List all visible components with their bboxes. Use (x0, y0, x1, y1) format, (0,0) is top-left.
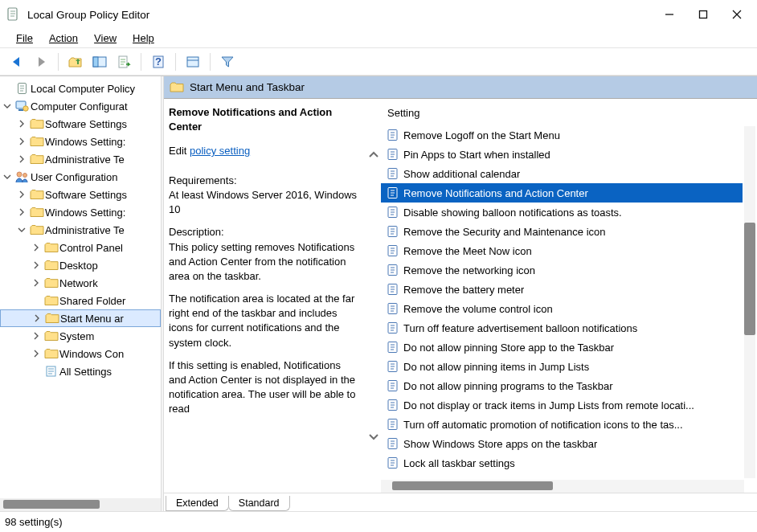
setting-row[interactable]: Remove the Meet Now icon (381, 241, 743, 260)
tree-horizontal-scrollbar[interactable] (0, 498, 161, 511)
setting-row[interactable]: Do not allow pinning Store app to the Ta… (381, 338, 743, 357)
expander-icon[interactable] (18, 190, 29, 198)
tree-root[interactable]: Local Computer Policy (0, 80, 161, 97)
filter-button[interactable] (216, 51, 239, 73)
settings-vertical-scrollbar-thumb[interactable] (744, 223, 755, 335)
svg-point-13 (23, 174, 27, 178)
tree-system[interactable]: System (0, 327, 161, 345)
menu-view[interactable]: View (86, 31, 125, 46)
setting-row[interactable]: Show additional calendar (381, 164, 743, 183)
settings-vertical-scrollbar[interactable] (744, 126, 755, 478)
expander-icon[interactable] (32, 261, 43, 269)
tree-comp-administrative-templates[interactable]: Administrative Te (0, 150, 161, 168)
tree-windows-components[interactable]: Windows Con (0, 345, 161, 362)
options-button[interactable] (182, 51, 204, 73)
scroll-up-arrow[interactable] (366, 147, 381, 162)
setting-row[interactable]: Remove the networking icon (381, 260, 743, 280)
expander-icon[interactable] (18, 120, 29, 128)
navigation-tree[interactable]: Local Computer PolicyComputer Configurat… (0, 76, 161, 511)
expander-icon[interactable] (32, 350, 43, 358)
expander-icon[interactable] (3, 173, 14, 181)
edit-policy-link[interactable]: policy setting (190, 145, 250, 157)
app-icon (5, 6, 23, 23)
setting-row[interactable]: Show Windows Store apps on the taskbar (381, 434, 743, 453)
tree-node-label: User Configuration (31, 171, 117, 183)
tree-computer-configuration[interactable]: Computer Configurat (0, 97, 161, 115)
tab-standard[interactable]: Standard (228, 496, 290, 511)
tree-user-administrative-templates[interactable]: Administrative Te (0, 221, 161, 239)
description-text-3: If this setting is enabled, Notification… (169, 358, 358, 417)
setting-row[interactable]: Remove the volume control icon (381, 299, 743, 318)
minimize-button[interactable] (653, 2, 686, 27)
policy-icon (386, 379, 400, 393)
tree-all-settings[interactable]: All Settings (0, 362, 161, 380)
setting-row[interactable]: Do not allow pinning programs to the Tas… (381, 376, 743, 395)
setting-row[interactable]: Do not allow pinning items in Jump Lists (381, 357, 743, 376)
setting-row[interactable]: Remove the Security and Maintenance icon (381, 222, 743, 241)
setting-row[interactable]: Remove Notifications and Action Center (381, 183, 743, 203)
setting-label: Remove the networking icon (403, 264, 535, 276)
tree-node-label: Control Panel (59, 242, 123, 254)
tree-shared-folders[interactable]: Shared Folder (0, 292, 161, 309)
expander-icon[interactable] (18, 155, 29, 163)
tree-node-icon (14, 99, 31, 113)
expander-icon[interactable] (3, 102, 14, 110)
expander-icon[interactable] (18, 208, 29, 216)
setting-row[interactable]: Turn off automatic promotion of notifica… (381, 415, 743, 434)
expander-icon[interactable] (32, 243, 43, 252)
setting-label: Remove the battery meter (403, 284, 524, 296)
requirements-text: At least Windows Server 2016, Windows 10 (169, 189, 357, 215)
settings-column-header[interactable]: Setting (381, 99, 757, 125)
expander-icon[interactable] (18, 137, 29, 145)
tree-user-configuration[interactable]: User Configuration (0, 168, 161, 186)
policy-icon (386, 128, 400, 142)
back-button[interactable] (6, 51, 28, 73)
setting-row[interactable]: Remove the battery meter (381, 280, 743, 299)
description-text-2: The notification area is located at the … (169, 292, 358, 350)
settings-list[interactable]: Remove Logoff on the Start MenuPin Apps … (381, 125, 757, 493)
tree-comp-software-settings[interactable]: Software Settings (0, 115, 161, 133)
settings-horizontal-scrollbar[interactable] (381, 480, 744, 493)
policy-icon (386, 186, 400, 200)
expander-icon[interactable] (32, 332, 43, 340)
tree-node-label: Windows Setting: (45, 207, 125, 219)
setting-row[interactable]: Do not display or track items in Jump Li… (381, 395, 743, 415)
show-hide-console-tree-button[interactable] (88, 51, 111, 73)
policy-icon (386, 263, 400, 277)
help-button[interactable]: ? (147, 51, 170, 73)
tree-user-software-settings[interactable]: Software Settings (0, 186, 161, 203)
tree-control-panel[interactable]: Control Panel (0, 239, 161, 256)
setting-label: Turn off feature advertisement balloon n… (403, 322, 637, 334)
tab-extended[interactable]: Extended (166, 496, 229, 511)
forward-button[interactable] (30, 51, 52, 73)
settings-horizontal-scrollbar-thumb[interactable] (392, 481, 553, 490)
policy-icon (386, 224, 400, 239)
tree-node-label: Computer Configurat (31, 100, 128, 113)
setting-row[interactable]: Disable showing balloon notifications as… (381, 203, 743, 222)
menu-action[interactable]: Action (41, 31, 86, 46)
menu-help[interactable]: Help (125, 31, 162, 46)
tree-horizontal-scrollbar-thumb[interactable] (3, 500, 100, 509)
maximize-button[interactable] (686, 2, 720, 27)
setting-row[interactable]: Lock all taskbar settings (381, 453, 743, 473)
setting-label: Remove the Security and Maintenance icon (403, 226, 605, 238)
close-button[interactable] (720, 2, 754, 27)
expander-icon[interactable] (33, 314, 44, 322)
tree-desktop[interactable]: Desktop (0, 256, 161, 274)
expander-icon[interactable] (18, 226, 29, 234)
expander-icon[interactable] (32, 279, 43, 287)
description-label: Description: (169, 226, 224, 238)
scroll-down-arrow[interactable] (366, 430, 381, 444)
export-list-button[interactable] (113, 51, 135, 73)
setting-row[interactable]: Remove Logoff on the Start Menu (381, 125, 743, 145)
tree-start-menu-taskbar[interactable]: Start Menu ar (0, 309, 161, 327)
tree-network[interactable]: Network (0, 274, 161, 292)
up-one-level-button[interactable] (64, 51, 87, 73)
tree-comp-windows-settings[interactable]: Windows Setting: (0, 133, 161, 150)
setting-row[interactable]: Pin Apps to Start when installed (381, 145, 743, 164)
tree-node-label: Windows Con (59, 348, 124, 360)
tree-user-windows-settings[interactable]: Windows Setting: (0, 203, 161, 221)
setting-row[interactable]: Turn off feature advertisement balloon n… (381, 318, 743, 338)
tree-node-icon (29, 205, 45, 219)
menu-file[interactable]: File (8, 31, 41, 46)
